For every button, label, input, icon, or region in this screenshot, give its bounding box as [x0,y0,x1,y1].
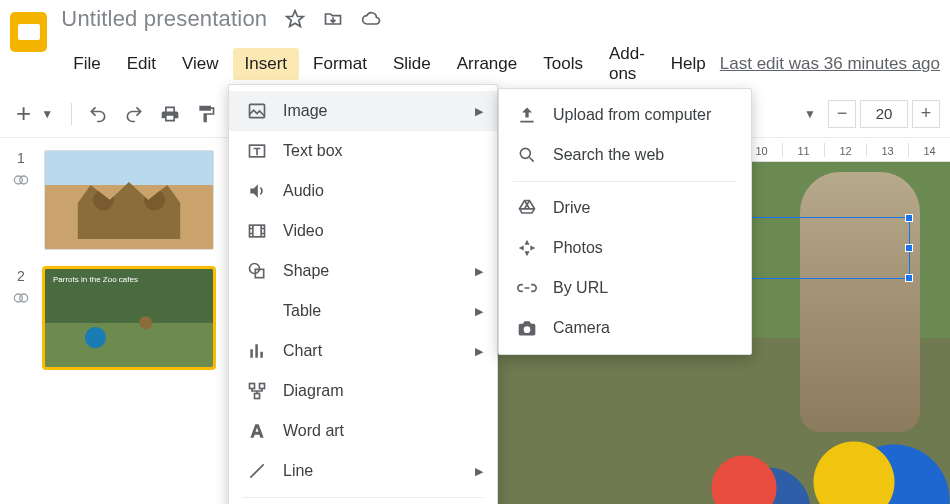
menu-item-video[interactable]: Video [229,211,497,251]
new-slide-button[interactable]: + ▼ [10,98,57,129]
svg-rect-7 [250,225,265,237]
svg-point-13 [520,148,530,158]
menu-item-word-art[interactable]: Word art [229,411,497,451]
slide-panel: 1 2 Parrots in the Zoo cafes [0,138,232,504]
svg-rect-12 [255,394,260,399]
menu-item-image[interactable]: Image ▶ [229,91,497,131]
zoom-in-button[interactable]: + [912,100,940,128]
transition-icon [13,172,29,188]
menu-view[interactable]: View [170,48,231,80]
print-icon[interactable] [158,102,182,126]
zoom-dropdown[interactable]: ▼ [796,103,824,125]
menu-item-label: By URL [553,279,608,297]
menu-item-label: Text box [283,142,343,160]
transition-icon [13,290,29,306]
menu-item-table[interactable]: · Table ▶ [229,291,497,331]
menu-arrange[interactable]: Arrange [445,48,529,80]
submenu-arrow-icon: ▶ [475,105,483,118]
menu-item-line[interactable]: Line ▶ [229,451,497,491]
diagram-icon [247,381,267,401]
link-icon [517,278,537,298]
slide-number: 1 [17,150,25,166]
menu-tools[interactable]: Tools [531,48,595,80]
slides-logo[interactable] [10,12,47,52]
search-icon [517,145,537,165]
menu-item-label: Audio [283,182,324,200]
document-title[interactable]: Untitled presentation [61,6,267,32]
svg-marker-0 [287,11,304,27]
drive-icon [517,198,537,218]
menu-item-upload[interactable]: Upload from computer [499,95,751,135]
image-icon [247,101,267,121]
chevron-down-icon[interactable]: ▼ [37,107,57,121]
menu-separator [243,497,483,498]
thumbnail-caption: Parrots in the Zoo cafes [53,275,138,284]
menu-item-search-web[interactable]: Search the web [499,135,751,175]
menu-file[interactable]: File [61,48,112,80]
upload-icon [517,105,537,125]
menu-item-photos[interactable]: Photos [499,228,751,268]
menu-item-label: Line [283,462,313,480]
undo-icon[interactable] [86,102,110,126]
chart-icon [247,341,267,361]
svg-rect-11 [260,384,265,389]
menu-item-label: Table [283,302,321,320]
menu-item-text-box[interactable]: Text box [229,131,497,171]
menu-edit[interactable]: Edit [115,48,168,80]
ruler-tick: 11 [782,143,824,157]
menu-help[interactable]: Help [659,48,718,80]
zoom-value[interactable]: 20 [860,100,908,128]
menu-item-label: Drive [553,199,590,217]
menu-item-shape[interactable]: Shape ▶ [229,251,497,291]
zoom-out-button[interactable]: − [828,100,856,128]
star-icon[interactable] [285,9,305,29]
submenu-arrow-icon: ▶ [475,345,483,358]
last-edit-link[interactable]: Last edit was 36 minutes ago [720,54,940,74]
audio-icon [247,181,267,201]
video-icon [247,221,267,241]
redo-icon[interactable] [122,102,146,126]
image-submenu-panel: Upload from computer Search the web Driv… [498,88,752,355]
line-icon [247,461,267,481]
ruler-tick: 14 [908,143,950,157]
menu-item-diagram[interactable]: Diagram [229,371,497,411]
menu-separator [513,181,737,182]
menu-item-camera[interactable]: Camera [499,308,751,348]
svg-point-4 [20,294,28,302]
slide-thumbnail-1[interactable] [44,150,214,250]
insert-menu-panel: Image ▶ Text box Audio Video Shape ▶ · T… [228,84,498,504]
menu-item-label: Chart [283,342,322,360]
menubar: File Edit View Insert Format Slide Arran… [61,38,940,90]
move-to-folder-icon[interactable] [323,9,343,29]
menu-item-label: Shape [283,262,329,280]
camera-icon [517,318,537,338]
plus-icon: + [10,98,37,129]
slide-thumbnail-2[interactable]: Parrots in the Zoo cafes [44,268,214,368]
menu-insert[interactable]: Insert [233,48,300,80]
menu-item-drive[interactable]: Drive [499,188,751,228]
menu-format[interactable]: Format [301,48,379,80]
menu-item-by-url[interactable]: By URL [499,268,751,308]
paint-format-icon[interactable] [194,102,218,126]
svg-rect-10 [250,384,255,389]
shape-icon [247,261,267,281]
svg-point-2 [20,176,28,184]
menu-item-label: Image [283,102,327,120]
menu-item-label: Search the web [553,146,664,164]
menu-item-label: Camera [553,319,610,337]
ruler-tick: 13 [866,143,908,157]
cloud-status-icon[interactable] [361,9,381,29]
submenu-arrow-icon: ▶ [475,265,483,278]
submenu-arrow-icon: ▶ [475,305,483,318]
menu-item-audio[interactable]: Audio [229,171,497,211]
photos-icon [517,238,537,258]
menu-item-label: Upload from computer [553,106,711,124]
word-art-icon [247,421,267,441]
menu-item-chart[interactable]: Chart ▶ [229,331,497,371]
submenu-arrow-icon: ▶ [475,465,483,478]
menu-item-label: Diagram [283,382,343,400]
menu-addons[interactable]: Add-ons [597,38,657,90]
menu-slide[interactable]: Slide [381,48,443,80]
menu-item-label: Photos [553,239,603,257]
menu-item-label: Video [283,222,324,240]
